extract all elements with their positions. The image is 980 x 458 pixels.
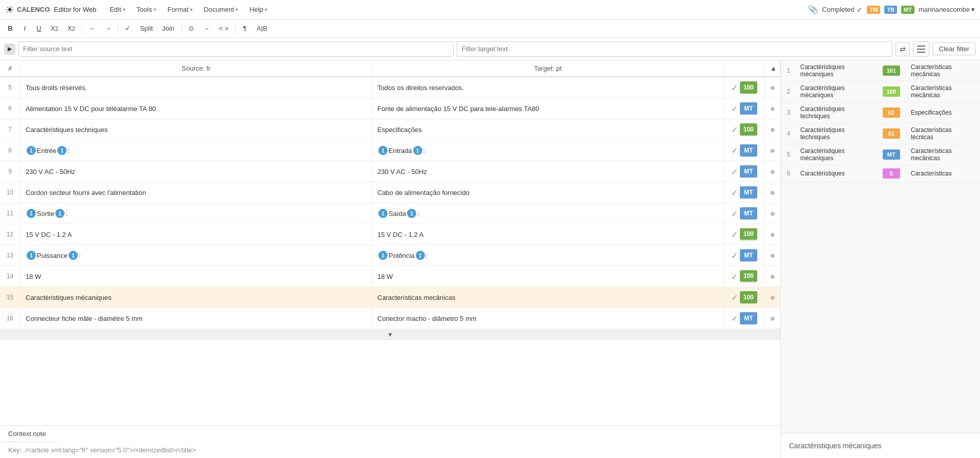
right-table-row[interactable]: 6 Caractéristiques S Características bbox=[781, 165, 980, 182]
check-button[interactable]: ✓ bbox=[121, 22, 134, 35]
ab-button[interactable]: A|B bbox=[253, 22, 271, 35]
cell-comment[interactable]: ● bbox=[765, 161, 780, 182]
cell-comment[interactable]: ● bbox=[765, 308, 780, 329]
nav-tools[interactable]: Tools ▾ bbox=[132, 4, 161, 15]
check-icon: ✓ bbox=[731, 104, 738, 114]
table-row[interactable]: 5Tous droits réservés.Todos os direitos … bbox=[0, 77, 780, 98]
filter-source-input[interactable] bbox=[18, 41, 454, 57]
nav-format[interactable]: Format ▾ bbox=[162, 4, 198, 15]
cell-source: 1 Entrée 1: bbox=[20, 140, 372, 161]
cell-comment[interactable]: ● bbox=[765, 287, 780, 308]
right-cell-num: 3 bbox=[781, 102, 796, 123]
score-badge: 100 bbox=[740, 270, 757, 282]
table-row[interactable]: 6Alimentation 15 V DC pour téléalarme TA… bbox=[0, 98, 780, 119]
cell-comment[interactable]: ● bbox=[765, 98, 780, 119]
attachment-icon[interactable]: 📎 bbox=[808, 5, 818, 14]
cell-comment[interactable]: ● bbox=[765, 224, 780, 245]
context-key-value: /<article xml:lang="fr" version="5.0">/<… bbox=[26, 446, 196, 454]
check-icon: ✓ bbox=[731, 293, 738, 302]
table-row[interactable]: 81 Entrée 1:1 Entrada 1:✓MT● bbox=[0, 140, 780, 161]
cell-badge: ✓MT bbox=[724, 98, 765, 119]
user-menu[interactable]: marinалescombe ▾ bbox=[919, 6, 975, 13]
table-row[interactable]: 1215 V DC - 1,2 A15 V DC - 1,2 A✓100● bbox=[0, 224, 780, 245]
table-row[interactable]: 111 Sortie 1:1 Saída 1:✓MT● bbox=[0, 203, 780, 224]
check-icon: ✓ bbox=[731, 146, 738, 156]
svg-rect-0 bbox=[917, 46, 925, 47]
table-row[interactable]: 7Caractéristiques techniquesEspecificaçõ… bbox=[0, 119, 780, 140]
right-table-row[interactable]: 2 Caractéristiques mécaniques 100 Caract… bbox=[781, 81, 980, 102]
right-table-row[interactable]: 1 Caractéristiques mécaniques 101 Caract… bbox=[781, 60, 980, 81]
divider-2 bbox=[118, 24, 118, 34]
cell-target: 15 V DC - 1,2 A bbox=[372, 224, 724, 245]
badge-tb: TB bbox=[884, 6, 897, 14]
right-cell-source: Caractéristiques techniques bbox=[796, 123, 876, 144]
underline-button[interactable]: U bbox=[33, 22, 45, 35]
split-button[interactable]: Split bbox=[136, 22, 156, 35]
filter-target-input[interactable] bbox=[457, 41, 892, 57]
cell-comment[interactable]: ● bbox=[765, 140, 780, 161]
table-row[interactable]: 1418 W18 W✓100● bbox=[0, 266, 780, 287]
right-table-row[interactable]: 3 Caractéristiques techniques 62 Especif… bbox=[781, 102, 980, 123]
target-num-badge2: 1 bbox=[407, 209, 416, 218]
right-score-badge: 100 bbox=[883, 86, 900, 97]
cell-badge: ✓MT bbox=[724, 182, 765, 203]
superscript-button[interactable]: X2 bbox=[64, 22, 79, 35]
nav-document[interactable]: Document ▾ bbox=[199, 4, 243, 15]
scroll-down-button[interactable]: ▼ bbox=[0, 329, 780, 340]
cell-target: Especificações bbox=[372, 119, 724, 140]
arrow-right-button[interactable]: → bbox=[200, 22, 214, 35]
right-table-row[interactable]: 4 Caractéristiques techniques 62 Caracte… bbox=[781, 123, 980, 144]
right-cell-score: 101 bbox=[876, 60, 907, 81]
svg-rect-1 bbox=[917, 49, 925, 50]
filter-list-icon[interactable] bbox=[913, 41, 929, 57]
filter-swap-icon[interactable]: ⇄ bbox=[896, 42, 910, 56]
context-note-tab[interactable]: Context note bbox=[0, 426, 54, 442]
paragraph-button[interactable]: ¶ bbox=[239, 22, 251, 35]
check-icon: ✓ bbox=[731, 314, 738, 323]
nav-help[interactable]: Help ▾ bbox=[244, 4, 272, 15]
score-badge: MT bbox=[740, 249, 757, 261]
cell-num: 6 bbox=[0, 98, 20, 119]
check-icon: ✓ bbox=[731, 251, 738, 260]
cell-comment[interactable]: ● bbox=[765, 266, 780, 287]
table-row[interactable]: 16Connecteur fiche mâle - diamètre 5 mmC… bbox=[0, 308, 780, 329]
subscript-button[interactable]: X2 bbox=[47, 22, 62, 35]
cell-comment[interactable]: ● bbox=[765, 119, 780, 140]
filter-bar: ▶ ⇄ Clear filter bbox=[0, 38, 980, 60]
join-button[interactable]: Join bbox=[159, 22, 178, 35]
cell-target: 1 Saída 1: bbox=[372, 203, 724, 224]
undo-button[interactable]: ← bbox=[85, 22, 99, 35]
clear-filter-button[interactable]: Clear filter bbox=[932, 42, 976, 55]
divider-3 bbox=[181, 24, 182, 34]
right-cell-score: 62 bbox=[876, 123, 907, 144]
redo-button[interactable]: → bbox=[101, 22, 115, 35]
cell-comment[interactable]: ● bbox=[765, 182, 780, 203]
italic-button[interactable]: I bbox=[18, 22, 31, 35]
check-icon: ✓ bbox=[731, 188, 738, 198]
circle-button[interactable]: ⊙ bbox=[185, 22, 198, 35]
cell-comment[interactable]: ● bbox=[765, 77, 780, 98]
source-num-badge2: 1 bbox=[69, 251, 78, 260]
cell-target: Todos os direitos reservados. bbox=[372, 77, 724, 98]
cell-target: Fonte de alimentação 15 V DC para tele-a… bbox=[372, 98, 724, 119]
completed-button[interactable]: Completed ✓ bbox=[822, 6, 863, 14]
logo-text: CALENCO bbox=[17, 6, 50, 13]
filter-toggle[interactable]: ▶ bbox=[4, 43, 15, 55]
table-row[interactable]: 15Caractéristiques mécaniquesCaracteríst… bbox=[0, 287, 780, 308]
cell-comment[interactable]: ● bbox=[765, 203, 780, 224]
col-scroll-up[interactable]: ▲ bbox=[765, 60, 780, 76]
table-row[interactable]: 10Cordon secteur fourni avec l'alimentat… bbox=[0, 182, 780, 203]
target-num-badge: 1 bbox=[378, 251, 388, 260]
table-row[interactable]: 131 Puissance 1:1 Potência 1:✓MT● bbox=[0, 245, 780, 266]
col-source: Source: fr bbox=[20, 60, 372, 76]
col-target: Target: pt bbox=[372, 60, 724, 76]
table-row[interactable]: 9230 V AC - 50Hz230 V AC - 50Hz✓MT● bbox=[0, 161, 780, 182]
cell-source: Alimentation 15 V DC pour téléalarme TA … bbox=[20, 98, 372, 119]
cell-comment[interactable]: ● bbox=[765, 245, 780, 266]
score-badge: MT bbox=[740, 207, 757, 220]
angle-brackets-button[interactable]: < > bbox=[216, 22, 232, 35]
bold-button[interactable]: B bbox=[4, 22, 16, 35]
right-table-row[interactable]: 5 Caractéristiques mécaniques MT Caracte… bbox=[781, 144, 980, 165]
right-cell-num: 1 bbox=[781, 60, 796, 81]
nav-edit[interactable]: Edit ▾ bbox=[104, 4, 130, 15]
